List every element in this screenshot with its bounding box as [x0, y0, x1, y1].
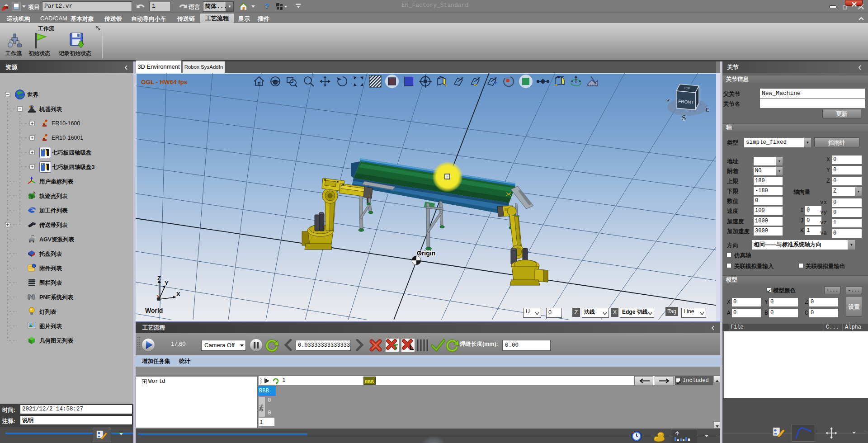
svg-text:Y: Y — [165, 280, 169, 287]
svg-text:E: E — [706, 107, 709, 113]
svg-text:S: S — [682, 113, 686, 122]
svg-text:TOP: TOP — [684, 86, 690, 90]
svg-text:World: World — [145, 307, 163, 314]
svg-text:Z: Z — [157, 275, 161, 282]
svg-text:w: w — [666, 97, 670, 103]
svg-text:Origin: Origin — [417, 250, 435, 257]
svg-text:X: X — [176, 291, 180, 297]
svg-text:OGL - HW64 fps: OGL - HW64 fps — [141, 79, 188, 85]
